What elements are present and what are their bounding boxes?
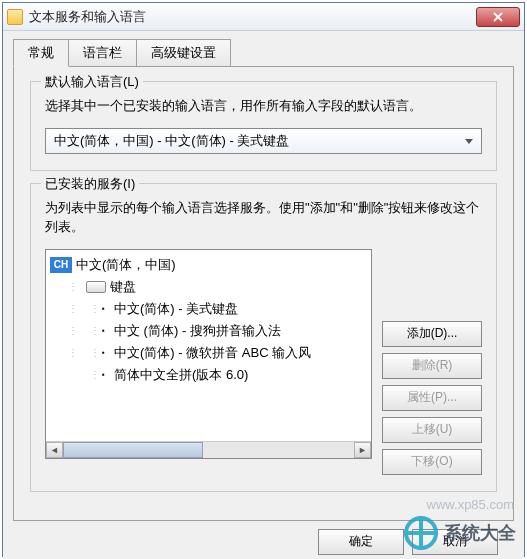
add-button[interactable]: 添加(D)... (382, 321, 482, 347)
services-tree[interactable]: CH 中文(简体，中国) ⋮ 键盘 ⋮⋮ 中文(简体) - 美式键盘 (45, 249, 372, 459)
tree-connector: ⋮ (68, 303, 77, 314)
tree-item[interactable]: ⋮⋮ 中文(简体) - 微软拼音 ABC 输入风 (50, 342, 367, 364)
scroll-right-button[interactable]: ► (354, 442, 371, 458)
default-language-combo[interactable]: 中文(简体，中国) - 中文(简体) - 美式键盘 (45, 128, 482, 154)
tree-connector: ⋮ (90, 303, 99, 314)
button-label: 属性(P)... (407, 389, 457, 406)
tree-label: 中文 (简体) - 搜狗拼音输入法 (114, 322, 281, 340)
close-icon (493, 12, 503, 22)
tab-label: 常规 (28, 45, 54, 60)
tree-label: 中文(简体，中国) (76, 256, 176, 274)
tree-root[interactable]: CH 中文(简体，中国) (50, 254, 367, 276)
lang-badge: CH (50, 257, 72, 273)
titlebar: 文本服务和输入语言 (3, 3, 524, 31)
keyboard-icon (86, 281, 106, 293)
group-description: 为列表中显示的每个输入语言选择服务。使用"添加"和"删除"按钮来修改这个列表。 (45, 198, 482, 237)
watermark-text: 系统大全 (444, 521, 516, 545)
button-column: 添加(D)... 删除(R) 属性(P)... 上移(U) 下移(O) (382, 249, 482, 475)
ok-button[interactable]: 确定 (318, 529, 404, 555)
group-title: 默认输入语言(L) (41, 73, 143, 91)
properties-button[interactable]: 属性(P)... (382, 385, 482, 411)
tree-content: CH 中文(简体，中国) ⋮ 键盘 ⋮⋮ 中文(简体) - 美式键盘 (46, 250, 371, 390)
movedown-button[interactable]: 下移(O) (382, 449, 482, 475)
window-title: 文本服务和输入语言 (29, 8, 476, 26)
default-language-group: 默认输入语言(L) 选择其中一个已安装的输入语言，用作所有输入字段的默认语言。 … (30, 81, 497, 171)
tree-label: 简体中文全拼(版本 6.0) (114, 366, 248, 384)
dialog-body: 常规 语言栏 高级键设置 默认输入语言(L) 选择其中一个已安装的输入语言，用作… (3, 31, 524, 559)
button-label: 下移(O) (411, 453, 452, 470)
button-label: 确定 (349, 533, 373, 550)
button-label: 删除(R) (412, 357, 453, 374)
tab-label: 语言栏 (83, 45, 122, 60)
tree-label: 键盘 (110, 278, 136, 296)
tree-connector: ⋮ (90, 369, 99, 380)
tree-item[interactable]: ⋮ 简体中文全拼(版本 6.0) (50, 364, 367, 386)
scroll-track[interactable] (63, 442, 354, 458)
tree-connector: ⋮ (90, 347, 99, 358)
tree-label: 中文(简体) - 美式键盘 (114, 300, 238, 318)
group-description: 选择其中一个已安装的输入语言，用作所有输入字段的默认语言。 (45, 96, 482, 116)
tabstrip: 常规 语言栏 高级键设置 (13, 39, 514, 67)
tab-general[interactable]: 常规 (13, 39, 69, 67)
watermark-url: www.xp85.com (427, 497, 514, 512)
services-row: CH 中文(简体，中国) ⋮ 键盘 ⋮⋮ 中文(简体) - 美式键盘 (45, 249, 482, 475)
close-button[interactable] (476, 7, 520, 27)
moveup-button[interactable]: 上移(U) (382, 417, 482, 443)
tree-item[interactable]: ⋮⋮ 中文(简体) - 美式键盘 (50, 298, 367, 320)
watermark: 系统大全 (404, 516, 516, 550)
horizontal-scrollbar[interactable]: ◄ ► (46, 441, 371, 458)
remove-button[interactable]: 删除(R) (382, 353, 482, 379)
tree-connector: ⋮ (68, 347, 77, 358)
combo-value: 中文(简体，中国) - 中文(简体) - 美式键盘 (54, 132, 289, 150)
tab-language-bar[interactable]: 语言栏 (68, 39, 137, 67)
tree-connector: ⋮ (90, 325, 99, 336)
tree-connector: ⋮ (68, 281, 77, 292)
button-label: 上移(U) (412, 421, 453, 438)
scroll-left-button[interactable]: ◄ (46, 442, 63, 458)
scroll-thumb[interactable] (63, 442, 203, 458)
tree-keyboard-node[interactable]: ⋮ 键盘 (50, 276, 367, 298)
installed-services-group: 已安装的服务(I) 为列表中显示的每个输入语言选择服务。使用"添加"和"删除"按… (30, 183, 497, 492)
tab-label: 高级键设置 (151, 45, 216, 60)
button-label: 添加(D)... (407, 325, 458, 342)
watermark-logo-icon (404, 516, 438, 550)
dialog-window: 文本服务和输入语言 常规 语言栏 高级键设置 默认输入语言(L) 选择其中一个已… (2, 2, 525, 557)
app-icon (7, 9, 23, 25)
tab-advanced-keys[interactable]: 高级键设置 (136, 39, 231, 67)
group-title: 已安装的服务(I) (41, 175, 139, 193)
tree-connector: ⋮ (68, 325, 77, 336)
tree-label: 中文(简体) - 微软拼音 ABC 输入风 (114, 344, 311, 362)
tree-item[interactable]: ⋮⋮ 中文 (简体) - 搜狗拼音输入法 (50, 320, 367, 342)
tab-panel: 默认输入语言(L) 选择其中一个已安装的输入语言，用作所有输入字段的默认语言。 … (13, 66, 514, 521)
